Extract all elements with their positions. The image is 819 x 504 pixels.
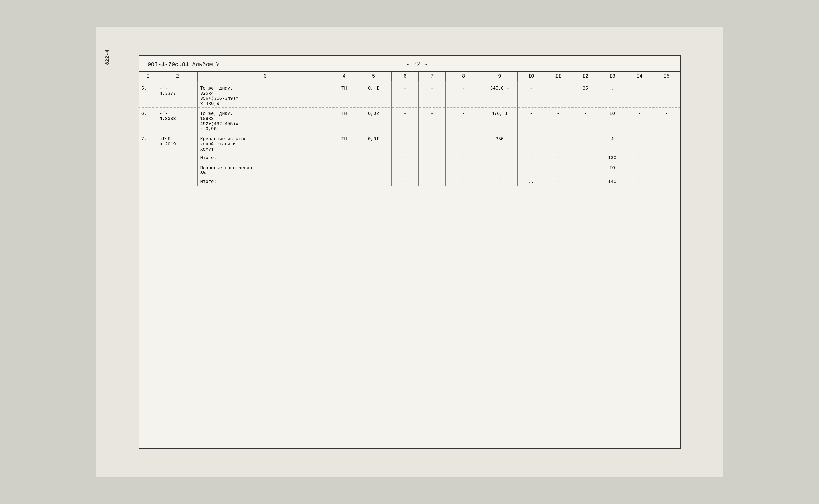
col-header-15: I5 [653, 72, 680, 81]
plan-c8: - [446, 162, 482, 177]
plan-c15 [653, 162, 680, 177]
cell-7-14: - [626, 133, 653, 153]
plan-c12 [572, 162, 599, 177]
cell-6-1: 6. [139, 108, 157, 133]
itogo1-c6: - [391, 153, 419, 162]
itogo2-c9: - [482, 177, 518, 186]
itogo2-c14: - [626, 177, 653, 186]
itogo-row-1: Итого: - - - - - - - I30 - - [139, 153, 680, 162]
cell-5-12: 35 [572, 81, 599, 108]
itogo-row-2: Итого: - - - - - .. - - I40 - [139, 177, 680, 186]
main-table: I 2 3 4 5 6 7 8 9 IO II I2 I3 I4 [139, 72, 680, 186]
cell-6-9: 476, I [482, 108, 518, 133]
cell-6-3: То же, диам.108x3492+(492-455)xx 0,90 [198, 108, 333, 133]
cell-6-8: - [446, 108, 482, 133]
document: 9OI-4-79c.84 Альбом У - 32 - I 2 3 4 5 6… [139, 55, 681, 449]
cell-5-11 [545, 81, 572, 108]
cell-5-2: -"- п.3377 [157, 81, 198, 108]
cell-7-4: ТН [333, 133, 355, 153]
cell-5-10: - [518, 81, 545, 108]
col-header-7: 7 [419, 72, 446, 81]
cell-5-3: То же, диам.325x4356+(356-349)xx 4x0,9 [198, 81, 333, 108]
plan-c11: - [545, 162, 572, 177]
itogo1-c15: - [653, 153, 680, 162]
cell-7-5: 0,0I [355, 133, 391, 153]
itogo2-c4 [333, 177, 355, 186]
table-row: 6. -"- п.3333 То же, диам.108x3492+(492-… [139, 108, 680, 133]
cell-7-2: шIчП п.2019 [157, 133, 198, 153]
itogo2-c7: - [419, 177, 446, 186]
col-header-8: 8 [446, 72, 482, 81]
itogo2-c6: - [391, 177, 419, 186]
itogo1-c11: - [545, 153, 572, 162]
itogo2-c2 [157, 177, 198, 186]
cell-7-1: 7. [139, 133, 157, 153]
cell-7-6: - [391, 133, 419, 153]
cell-5-5: 0, I [355, 81, 391, 108]
itogo2-c10: .. [518, 177, 545, 186]
itogo1-c4 [333, 153, 355, 162]
itogo1-c9 [482, 153, 518, 162]
col-header-6: 6 [391, 72, 419, 81]
cell-6-2: -"- п.3333 [157, 108, 198, 133]
doc-header: 9OI-4-79c.84 Альбом У - 32 - [139, 56, 680, 72]
cell-7-11: - [545, 133, 572, 153]
cell-5-6: - [391, 81, 419, 108]
col-header-11: II [545, 72, 572, 81]
itogo2-c12: - [572, 177, 599, 186]
col-header-10: IO [518, 72, 545, 81]
cell-7-13: 4 [599, 133, 626, 153]
table-container: I 2 3 4 5 6 7 8 9 IO II I2 I3 I4 [139, 72, 680, 447]
doc-title-left: 9OI-4-79c.84 Альбом У [148, 61, 220, 68]
itogo2-c1 [139, 177, 157, 186]
cell-5-4: ТН [333, 81, 355, 108]
doc-title-center: - 32 - [405, 61, 428, 68]
table-row: 7. шIчП п.2019 Крепление из угол-ковой с… [139, 133, 680, 153]
col-header-9: 9 [482, 72, 518, 81]
cell-5-9: 345,6 - [482, 81, 518, 108]
itogo2-c3: Итого: [198, 177, 333, 186]
plan-c7: - [419, 162, 446, 177]
table-row: 5. -"- п.3377 То же, диам.325x4356+(356-… [139, 81, 680, 108]
col-header-3: 3 [198, 72, 333, 81]
itogo2-c13: I40 [599, 177, 626, 186]
itogo1-c1 [139, 153, 157, 162]
cell-7-7: - [419, 133, 446, 153]
cell-5-13: . [599, 81, 626, 108]
itogo2-c11: - [545, 177, 572, 186]
cell-6-11: - [545, 108, 572, 133]
col-header-1: I [139, 72, 157, 81]
itogo1-c2 [157, 153, 198, 162]
itogo2-c5: - [355, 177, 391, 186]
col-header-14: I4 [626, 72, 653, 81]
cell-7-10: - [518, 133, 545, 153]
cell-6-15: - [653, 108, 680, 133]
plan-c14: - [626, 162, 653, 177]
cell-6-13: IO [599, 108, 626, 133]
itogo1-c14: - [626, 153, 653, 162]
itogo1-c13: I30 [599, 153, 626, 162]
plan-c3: Плановые накопления8% [198, 162, 333, 177]
itogo1-c12: - [572, 153, 599, 162]
cell-6-5: 0,02 [355, 108, 391, 133]
page-wrapper: 822-4 9OI-4-79c.84 Альбом У - 32 - I 2 3… [96, 27, 723, 477]
cell-7-15 [653, 133, 680, 153]
cell-7-9: 356 [482, 133, 518, 153]
col-header-2: 2 [157, 72, 198, 81]
plan-c5: - [355, 162, 391, 177]
col-header-5: 5 [355, 72, 391, 81]
cell-6-10: - [518, 108, 545, 133]
itogo1-c7: - [419, 153, 446, 162]
cell-5-7: - [419, 81, 446, 108]
plan-c2 [157, 162, 198, 177]
itogo1-c10: - [518, 153, 545, 162]
cell-6-4: ТН [333, 108, 355, 133]
column-header-row: I 2 3 4 5 6 7 8 9 IO II I2 I3 I4 [139, 72, 680, 81]
plan-c6: - [391, 162, 419, 177]
cell-6-7: - [419, 108, 446, 133]
col-header-4: 4 [333, 72, 355, 81]
cell-7-12 [572, 133, 599, 153]
cell-5-15 [653, 81, 680, 108]
itogo2-c8: - [446, 177, 482, 186]
itogo2-c15 [653, 177, 680, 186]
